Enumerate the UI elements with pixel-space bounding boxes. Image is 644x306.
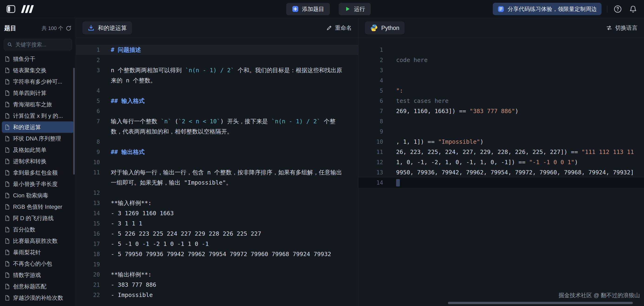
line-number: 14 [76, 208, 100, 219]
line-number: 10 [76, 157, 100, 167]
sidebar-item-label: 计算位置 x 到 y 的... [13, 112, 63, 120]
sidebar-item[interactable]: 计算位置 x 到 y 的... [2, 110, 74, 121]
sidebar-item[interactable]: Cion 勒索病毒 [2, 190, 74, 201]
download-tray-icon [88, 24, 94, 31]
sidebar-item-label: Cion 勒索病毒 [13, 192, 48, 199]
sidebar-item-label: 拿到最多红包金额 [13, 169, 58, 176]
sidebar-header: 题目 共 100 个 [0, 18, 76, 36]
problem-line: 7输入每行一个整数 `n` (`2 < n < 10`) 开头，接下来是 `n(… [76, 116, 358, 137]
line-content: **输出样例**: [111, 270, 358, 280]
sidebar-item[interactable]: 阿 D 的飞行路线 [2, 212, 74, 224]
sidebar-item[interactable]: 创意标题匹配 [2, 281, 74, 292]
run-button[interactable]: 运行 [339, 3, 371, 15]
problem-editor[interactable]: 1# 问题描述23n 个整数两两相加可以得到 `n(n - 1) / 2` 个和… [76, 38, 358, 306]
line-number: 18 [76, 249, 100, 259]
sidebar-item[interactable]: 猫鱼分干 [2, 53, 74, 64]
sidebar-item[interactable]: 不再贪心的小包 [2, 258, 74, 269]
line-content: **输入样例**: [111, 198, 358, 208]
document-icon [4, 295, 10, 301]
line-content [111, 259, 358, 270]
document-icon [4, 204, 10, 210]
app-logo[interactable] [22, 5, 32, 13]
pencil-icon [326, 25, 332, 31]
promo-text: 分享代码练习体验，领限量定制周边 [508, 5, 597, 13]
topbar-right: 分享代码练习体验，领限量定制周边 [493, 3, 638, 15]
sidebar-item[interactable]: 拿到最多红包金额 [2, 167, 74, 178]
line-number: 10 [358, 137, 383, 147]
line-content [111, 55, 358, 65]
code-line: 3 [358, 65, 644, 75]
switch-language-button[interactable]: 切换语言 [606, 24, 638, 31]
line-content: - 383 777 886 [111, 280, 358, 290]
sidebar-item-label: 猜数字游戏 [13, 272, 41, 279]
line-number: 11 [76, 167, 100, 188]
sidebar-item[interactable]: 进制求和转换 [2, 156, 74, 167]
sidebar-item-label: 字符串有多少种可... [13, 78, 62, 85]
code-line: 9 [358, 127, 644, 137]
sidebar-item-label: 和的逆运算 [13, 123, 41, 131]
line-content: 1, 0, -1, -2, 1, 0, -1, 1, 0, -1]) == "-… [396, 157, 578, 167]
sidebar-item[interactable]: 链表聚集交换 [2, 64, 74, 76]
sidebar-title: 题目 [4, 24, 16, 32]
refresh-icon[interactable] [66, 25, 72, 31]
sidebar-item[interactable]: 百分位数 [2, 224, 74, 235]
sidebar-item[interactable]: 及格如此简单 [2, 144, 74, 156]
rename-button[interactable]: 重命名 [326, 24, 352, 31]
problem-panel-header: 和的逆运算 重命名 [76, 18, 358, 38]
sidebar-item-label: 简单四则计算 [13, 89, 46, 97]
language-tab[interactable]: Python [365, 21, 404, 34]
sidebar-item-label: 创意标题匹配 [13, 283, 46, 290]
problem-line: 8 [76, 137, 358, 147]
search-box[interactable] [4, 39, 72, 50]
code-line: 5": [358, 86, 644, 96]
add-problem-label: 添加题目 [302, 5, 324, 13]
search-input[interactable] [15, 41, 68, 48]
sidebar-vertical-scrollbar[interactable] [73, 68, 75, 175]
sidebar-item[interactable]: RGB 色值转 Integer [2, 201, 74, 212]
sidebar-item[interactable]: 穿越沙漠的补给次数 [2, 292, 74, 304]
problem-line: 11对于输入的每一行，输出一行，包含 n 个整数，按非降序排序，如果有多组解，任… [76, 167, 358, 188]
sidebar-toggle-button[interactable] [6, 4, 16, 14]
logo-slash-icon [29, 5, 34, 13]
sidebar-item-label: 百分位数 [13, 226, 35, 233]
sidebar-item[interactable]: 比赛最高获胜次数 [2, 235, 74, 247]
problem-line: 5## 输入格式 [76, 96, 358, 106]
sidebar-item[interactable]: 青海湖租车之旅 [2, 99, 74, 110]
problem-line: 17- 5 -1 0 -1 -2 1 0 -1 1 0 -1 [76, 239, 358, 249]
line-number: 4 [358, 75, 383, 86]
sidebar-item-label: 暴雨梨花针 [13, 249, 41, 256]
sidebar-item[interactable]: 最小替换子串长度 [2, 178, 74, 190]
promo-banner[interactable]: 分享代码练习体验，领限量定制周边 [493, 3, 602, 15]
line-content: code here [396, 55, 428, 65]
document-icon [4, 261, 10, 267]
line-number: 12 [76, 188, 100, 198]
line-content: - 3 1 1 1 [111, 219, 358, 229]
document-icon [4, 124, 10, 130]
help-button[interactable] [613, 4, 623, 14]
book-icon [498, 5, 504, 12]
document-icon [4, 56, 10, 62]
sidebar-item[interactable]: 简单四则计算 [2, 87, 74, 99]
line-content: - 5 79950 79936 79942 79962 79954 79972 … [111, 249, 358, 259]
sidebar-item-label: 及格如此简单 [13, 146, 46, 154]
sidebar-item[interactable]: 单词计数器 [2, 304, 74, 306]
sidebar-item[interactable]: 暴雨梨花针 [2, 247, 74, 258]
horizontal-scrollbar[interactable] [448, 302, 633, 304]
problem-tab[interactable]: 和的逆运算 [82, 21, 132, 34]
add-problem-button[interactable]: 添加题目 [286, 3, 330, 15]
line-number: 22 [76, 290, 100, 300]
sidebar-item[interactable]: 环状 DNA 序列整理 [2, 133, 74, 144]
panel-toggle-icon [6, 5, 15, 13]
problem-line: 12 [76, 188, 358, 198]
watermark: 掘金技术社区 @ 翻不过的浪狼山 [558, 292, 640, 299]
document-icon [4, 101, 10, 107]
notifications-button[interactable] [628, 4, 638, 14]
line-number: 7 [76, 116, 100, 137]
sidebar-item[interactable]: 猜数字游戏 [2, 269, 74, 281]
sidebar-item[interactable]: 和的逆运算 [2, 121, 74, 133]
help-icon [614, 5, 622, 13]
code-editor[interactable]: 12code here345":6test cases here7269, 11… [358, 38, 644, 306]
sidebar-item[interactable]: 字符串有多少种可... [2, 76, 74, 87]
problem-tab-label: 和的逆运算 [98, 24, 127, 32]
document-icon [4, 147, 10, 153]
